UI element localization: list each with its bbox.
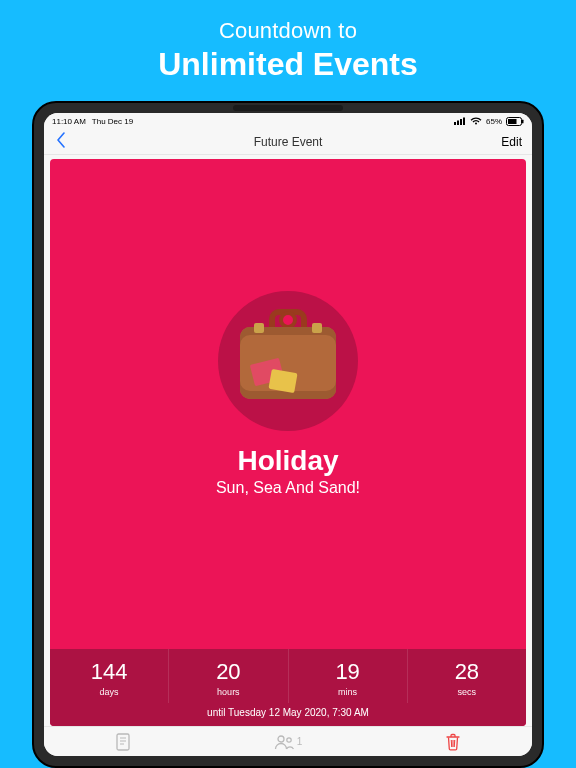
signal-icon: [454, 117, 466, 125]
event-title: Holiday: [237, 445, 338, 477]
event-icon-circle: [218, 291, 358, 431]
device-frame: 11:10 AM Thu Dec 19 65%: [32, 101, 544, 768]
svg-rect-3: [463, 118, 465, 126]
svg-rect-8: [117, 734, 129, 750]
chevron-left-icon: [56, 132, 66, 148]
device-speaker: [233, 105, 343, 111]
svg-rect-0: [454, 122, 456, 125]
promo-subtitle: Countdown to: [158, 18, 418, 44]
countdown-strip: 144 days 20 hours 19 mins 28 secs: [50, 649, 526, 726]
document-icon: [115, 733, 131, 751]
tab-delete[interactable]: [445, 733, 461, 751]
promo-title: Unlimited Events: [158, 46, 418, 83]
countdown-secs-label: secs: [408, 687, 526, 697]
edit-button[interactable]: Edit: [501, 135, 522, 149]
tab-bar: 1: [44, 726, 532, 756]
svg-point-12: [278, 736, 284, 742]
nav-title: Future Event: [254, 135, 323, 149]
countdown-hours: 20 hours: [169, 649, 288, 703]
suitcase-icon: [240, 323, 336, 399]
promo-header: Countdown to Unlimited Events: [158, 0, 418, 83]
svg-rect-1: [457, 121, 459, 126]
status-time: 11:10 AM: [52, 117, 86, 126]
countdown-mins: 19 mins: [289, 649, 408, 703]
countdown-days-value: 144: [50, 659, 168, 685]
countdown-days: 144 days: [50, 649, 169, 703]
event-card: Holiday Sun, Sea And Sand! 144 days 20 h…: [50, 159, 526, 726]
countdown-mins-label: mins: [289, 687, 407, 697]
countdown-days-label: days: [50, 687, 168, 697]
status-battery-pct: 65%: [486, 117, 502, 126]
svg-point-13: [287, 737, 291, 741]
nav-bar: Future Event Edit: [44, 129, 532, 155]
countdown-hours-label: hours: [169, 687, 287, 697]
trash-icon: [445, 733, 461, 751]
svg-rect-6: [508, 119, 517, 124]
svg-rect-7: [522, 119, 524, 123]
tab-notes[interactable]: [115, 733, 131, 751]
tab-shared[interactable]: 1: [274, 734, 303, 750]
event-until-line: until Tuesday 12 May 2020, 7:30 AM: [50, 703, 526, 726]
countdown-hours-value: 20: [169, 659, 287, 685]
back-button[interactable]: [54, 132, 68, 151]
wifi-icon: [470, 117, 482, 125]
event-hero: Holiday Sun, Sea And Sand!: [50, 159, 526, 649]
svg-point-4: [475, 123, 477, 125]
tab-shared-count: 1: [297, 736, 303, 747]
countdown-mins-value: 19: [289, 659, 407, 685]
countdown-secs-value: 28: [408, 659, 526, 685]
svg-rect-2: [460, 119, 462, 125]
status-bar: 11:10 AM Thu Dec 19 65%: [44, 113, 532, 129]
countdown-secs: 28 secs: [408, 649, 526, 703]
people-icon: [274, 734, 294, 750]
device-screen: 11:10 AM Thu Dec 19 65%: [44, 113, 532, 756]
battery-icon: [506, 117, 524, 126]
status-date: Thu Dec 19: [92, 117, 133, 126]
event-subtitle: Sun, Sea And Sand!: [216, 479, 360, 497]
